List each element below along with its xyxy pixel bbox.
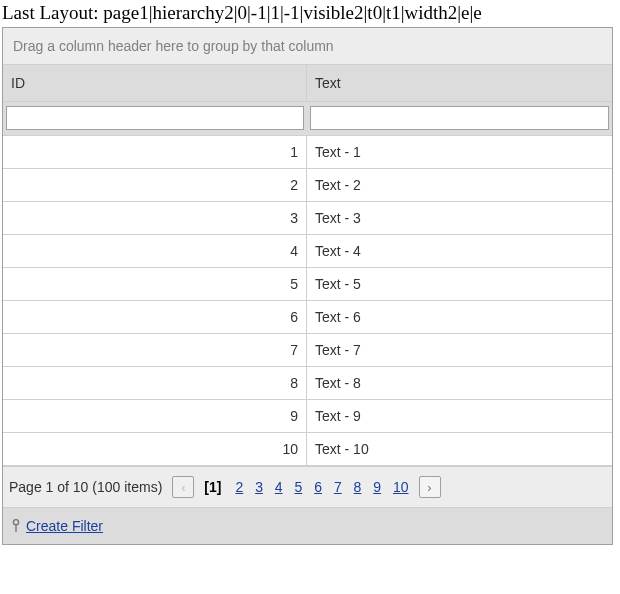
create-filter-link[interactable]: Create Filter bbox=[26, 518, 103, 534]
cell-id: 5 bbox=[3, 268, 307, 300]
cell-text: Text - 1 bbox=[307, 136, 612, 168]
table-row[interactable]: 3Text - 3 bbox=[3, 202, 612, 235]
pager-prev-button[interactable]: ‹ bbox=[172, 476, 194, 498]
filter-input-text[interactable] bbox=[310, 106, 609, 130]
column-header-id[interactable]: ID bbox=[3, 65, 307, 102]
pager: Page 1 of 10 (100 items) ‹ [1] 2 3 4 5 6… bbox=[3, 466, 612, 507]
cell-id: 7 bbox=[3, 334, 307, 366]
filter-icon bbox=[10, 519, 22, 533]
filter-row bbox=[3, 102, 612, 136]
pager-page-link[interactable]: 9 bbox=[369, 479, 385, 495]
data-grid: Drag a column header here to group by th… bbox=[2, 27, 613, 545]
pager-page-link[interactable]: 7 bbox=[330, 479, 346, 495]
cell-text: Text - 8 bbox=[307, 367, 612, 399]
cell-text: Text - 9 bbox=[307, 400, 612, 432]
cell-text: Text - 4 bbox=[307, 235, 612, 267]
pager-page-link[interactable]: 4 bbox=[271, 479, 287, 495]
column-header-row: ID Text bbox=[3, 65, 612, 102]
pager-page-link[interactable]: 6 bbox=[310, 479, 326, 495]
pager-next-button[interactable]: › bbox=[419, 476, 441, 498]
pager-page-link[interactable]: 2 bbox=[231, 479, 247, 495]
cell-id: 4 bbox=[3, 235, 307, 267]
cell-id: 1 bbox=[3, 136, 307, 168]
pager-current-page: [1] bbox=[200, 479, 225, 495]
cell-id: 10 bbox=[3, 433, 307, 465]
last-layout-heading: Last Layout: page1|hierarchy2|0|-1|1|-1|… bbox=[0, 0, 620, 27]
cell-text: Text - 6 bbox=[307, 301, 612, 333]
pager-page-link[interactable]: 3 bbox=[251, 479, 267, 495]
table-row[interactable]: 10Text - 10 bbox=[3, 433, 612, 466]
table-row[interactable]: 7Text - 7 bbox=[3, 334, 612, 367]
cell-text: Text - 5 bbox=[307, 268, 612, 300]
table-row[interactable]: 6Text - 6 bbox=[3, 301, 612, 334]
filter-input-id[interactable] bbox=[6, 106, 304, 130]
cell-id: 8 bbox=[3, 367, 307, 399]
table-row[interactable]: 5Text - 5 bbox=[3, 268, 612, 301]
table-row[interactable]: 9Text - 9 bbox=[3, 400, 612, 433]
column-header-text[interactable]: Text bbox=[307, 65, 612, 102]
cell-text: Text - 10 bbox=[307, 433, 612, 465]
cell-id: 6 bbox=[3, 301, 307, 333]
cell-text: Text - 3 bbox=[307, 202, 612, 234]
svg-point-0 bbox=[13, 520, 18, 525]
table-row[interactable]: 8Text - 8 bbox=[3, 367, 612, 400]
table-row[interactable]: 4Text - 4 bbox=[3, 235, 612, 268]
table-row[interactable]: 2Text - 2 bbox=[3, 169, 612, 202]
cell-id: 2 bbox=[3, 169, 307, 201]
pager-page-link[interactable]: 10 bbox=[389, 479, 413, 495]
data-rows: 1Text - 12Text - 23Text - 34Text - 45Tex… bbox=[3, 136, 612, 466]
table-row[interactable]: 1Text - 1 bbox=[3, 136, 612, 169]
cell-text: Text - 2 bbox=[307, 169, 612, 201]
cell-id: 3 bbox=[3, 202, 307, 234]
group-by-panel[interactable]: Drag a column header here to group by th… bbox=[3, 28, 612, 65]
cell-text: Text - 7 bbox=[307, 334, 612, 366]
pager-page-link[interactable]: 5 bbox=[291, 479, 307, 495]
pager-summary: Page 1 of 10 (100 items) bbox=[9, 479, 162, 495]
filter-builder-bar: Create Filter bbox=[3, 507, 612, 544]
cell-id: 9 bbox=[3, 400, 307, 432]
pager-page-link[interactable]: 8 bbox=[350, 479, 366, 495]
